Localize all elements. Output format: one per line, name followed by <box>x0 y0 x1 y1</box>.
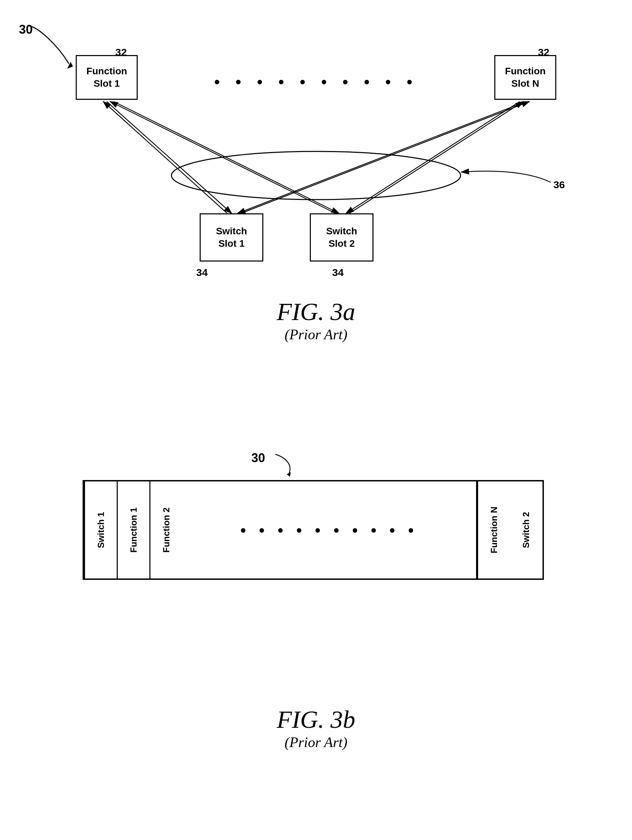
svg-line-11 <box>349 101 523 213</box>
function-slot-1-box: Function Slot 1 <box>76 55 138 100</box>
chassis-slot-func1: Function 1 <box>117 482 149 578</box>
fig3a-caption: FIG. 3a (Prior Art) <box>0 298 632 343</box>
arrow-30-3b-icon <box>258 451 299 478</box>
chassis-slot-switch1: Switch 1 <box>84 482 117 578</box>
switch-slot-2-box: Switch Slot 2 <box>310 213 373 262</box>
switch-slot-1-box: Switch Slot 1 <box>200 213 263 262</box>
svg-point-3 <box>171 152 461 200</box>
label-34-left: 34 <box>196 267 208 278</box>
chassis-slot-switch2: Switch 2 <box>510 482 542 578</box>
fig3b-caption: FIG. 3b (Prior Art) <box>0 706 632 750</box>
chassis-slot-func2: Function 2 <box>149 482 182 578</box>
function-slot-n-box: Function Slot N <box>494 55 556 100</box>
connections-svg <box>0 0 632 310</box>
dots-top: • • • • • • • • • • <box>148 72 484 91</box>
svg-line-4 <box>107 101 232 213</box>
svg-marker-12 <box>287 472 291 477</box>
fig3b-title: FIG. 3b <box>0 706 632 734</box>
fig3a-title: FIG. 3a <box>0 298 632 326</box>
svg-line-6 <box>114 101 339 213</box>
fig3b-subtitle: (Prior Art) <box>0 734 632 750</box>
svg-line-5 <box>103 101 227 213</box>
svg-line-8 <box>237 101 526 213</box>
chassis-dots: • • • • • • • • • • <box>182 482 477 578</box>
fig3a-subtitle: (Prior Art) <box>0 326 632 343</box>
svg-line-10 <box>346 101 520 213</box>
label-34-right: 34 <box>332 267 344 278</box>
chassis-slot-funcN: Function N <box>477 482 510 578</box>
svg-line-7 <box>110 101 336 213</box>
label-36: 36 <box>553 179 565 191</box>
svg-line-9 <box>241 101 529 213</box>
chassis: Switch 1 Function 1 Function 2 • • • • •… <box>83 480 544 580</box>
